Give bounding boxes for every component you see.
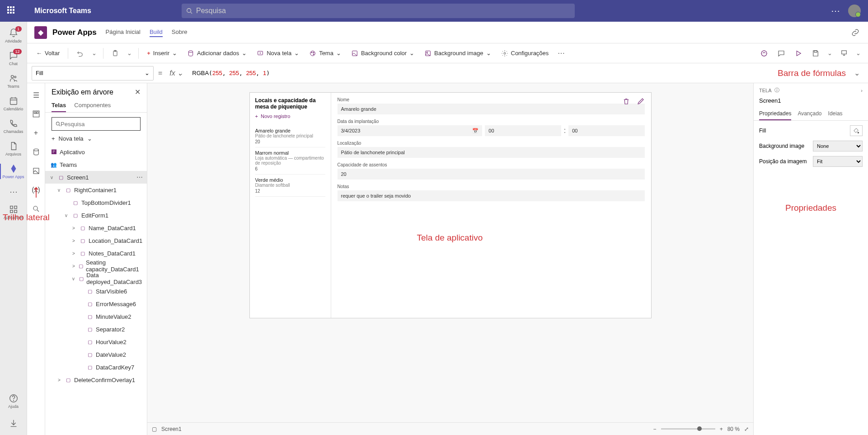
undo-chevron[interactable]: ⌄	[90, 50, 99, 57]
tab-about[interactable]: Sobre	[172, 28, 188, 37]
rail-more-icon[interactable]: ⋯	[9, 183, 18, 201]
list-item[interactable]: Amarelo grandePátio de lanchonete princi…	[255, 125, 325, 147]
rail-chat[interactable]: 12 Chat	[0, 47, 27, 70]
link-icon[interactable]	[850, 27, 861, 38]
tree-node[interactable]: v▢Screen1⋯	[45, 171, 147, 184]
rail-powerapps[interactable]: Power Apps	[0, 160, 27, 183]
checker-button[interactable]	[757, 46, 771, 61]
rail-calendar[interactable]: Calendário	[0, 92, 27, 115]
zoom-in-button[interactable]: +	[720, 426, 723, 432]
tree-app[interactable]: 🅿Aplicativo	[45, 146, 147, 158]
new-record-button[interactable]: + Novo registro	[255, 113, 325, 119]
tab-ideas[interactable]: Ideias	[828, 108, 843, 120]
form-hour-input[interactable]: 00	[485, 125, 561, 136]
annotation-arrow: ↑	[32, 181, 41, 201]
tree-node[interactable]: ▢ErrorMessage6	[45, 298, 147, 310]
app-canvas[interactable]: Locais e capacidade da mesa de piqueniqu…	[249, 92, 652, 318]
tree-node[interactable]: >▢Notes_DataCard1	[45, 247, 147, 260]
tab-components[interactable]: Componentes	[74, 99, 111, 112]
new-screen-button[interactable]: Nova tela ⌄	[253, 48, 303, 59]
rail-teams[interactable]: Teams	[0, 70, 27, 92]
tree-node[interactable]: ▢StarVisible6	[45, 285, 147, 298]
form-cap-input[interactable]: 20	[338, 169, 645, 180]
tree-node[interactable]: >▢Name_DataCard1	[45, 222, 147, 234]
calendar-icon[interactable]: 📅	[472, 128, 479, 134]
paste-chevron[interactable]: ⌄	[125, 50, 134, 57]
form-minute-input[interactable]: 00	[568, 125, 644, 136]
form-name-input[interactable]: Amarelo grande	[338, 104, 645, 114]
tree-node[interactable]: ▢MinuteValue2	[45, 310, 147, 323]
tree-node[interactable]: ▢Separator2	[45, 323, 147, 336]
fx-button[interactable]: fx ⌄	[167, 69, 186, 77]
rail-help[interactable]: Ajuda	[0, 390, 27, 412]
save-button[interactable]	[808, 46, 823, 61]
media-icon[interactable]	[28, 163, 44, 179]
publish-button[interactable]	[837, 46, 851, 61]
toolbar-overflow[interactable]: ⋯	[555, 49, 568, 57]
form-date-input[interactable]: 3/4/2023📅	[338, 125, 483, 136]
tree-node[interactable]: ▢HourValue2	[45, 336, 147, 348]
settings-button[interactable]: Configurações	[497, 48, 553, 59]
zoom-slider[interactable]	[661, 428, 715, 430]
expand-icon[interactable]: ›	[861, 88, 863, 93]
publish-chevron[interactable]: ⌄	[854, 50, 863, 57]
tab-home[interactable]: Página Inicial	[106, 28, 141, 37]
tree-node[interactable]: v▢Data deployed_DataCard3	[45, 272, 147, 285]
comments-button[interactable]	[774, 46, 788, 61]
list-item[interactable]: Marrom normalLoja automática — compartim…	[255, 147, 325, 175]
add-data-button[interactable]: Adicionar dados ⌄	[183, 48, 250, 59]
delete-icon[interactable]	[622, 97, 630, 105]
formula-expand-button[interactable]: ⌄	[850, 69, 863, 77]
imgpos-select[interactable]: Fit	[813, 156, 863, 167]
form-loc-input[interactable]: Pátio de lanchonete principal	[338, 147, 645, 158]
search-box[interactable]: Pesquisa	[182, 4, 575, 18]
insert-button[interactable]: + Inserir ⌄	[143, 48, 181, 58]
tree-node[interactable]: ▢TopBottomDivider1	[45, 196, 147, 209]
tree-node[interactable]: v▢EditForm1	[45, 209, 147, 222]
tree-node[interactable]: ▢DataCardKey7	[45, 361, 147, 374]
user-avatar[interactable]	[848, 5, 861, 17]
rail-activity[interactable]: 1 Atividade	[0, 24, 27, 47]
hamburger-icon[interactable]: ☰	[28, 87, 44, 103]
header-more-icon[interactable]: ⋯	[831, 5, 841, 16]
back-button[interactable]: ← Voltar	[33, 48, 63, 58]
tree-node[interactable]: >▢Location_DataCard1	[45, 234, 147, 247]
save-chevron[interactable]: ⌄	[826, 50, 834, 57]
tab-properties[interactable]: Propriedades	[759, 108, 791, 120]
waffle-icon[interactable]	[7, 6, 16, 15]
preview-button[interactable]	[791, 46, 806, 61]
list-item[interactable]: Verde médioDiamante softball12	[255, 175, 325, 197]
theme-button[interactable]: Tema ⌄	[305, 48, 345, 59]
insert-icon[interactable]: +	[28, 125, 44, 141]
tree-search[interactable]	[52, 117, 141, 131]
bgcolor-button[interactable]: Background color ⌄	[347, 48, 418, 59]
edit-icon[interactable]	[637, 97, 645, 105]
undo-button[interactable]	[73, 48, 87, 59]
tree-teams[interactable]: 👥Teams	[45, 158, 147, 171]
tree-search-input[interactable]	[61, 121, 136, 128]
rail-download[interactable]	[0, 412, 27, 435]
tab-screens[interactable]: Telas	[52, 99, 66, 112]
bgimage-button[interactable]: Background image ⌄	[421, 48, 494, 59]
new-screen-link[interactable]: + Nova tela ⌄	[45, 133, 147, 146]
tree-node[interactable]: v▢RightContainer1	[45, 184, 147, 196]
property-selector[interactable]: Fill⌄	[32, 66, 154, 80]
tab-build[interactable]: Build	[150, 28, 163, 37]
rail-calls[interactable]: Chamadas	[0, 115, 27, 137]
tree-node[interactable]: >▢DeleteConfirmOverlay1	[45, 374, 147, 386]
fit-button[interactable]: ⤢	[744, 426, 749, 432]
bgimage-select[interactable]: None	[813, 141, 863, 151]
tree-node[interactable]: >▢Seating capacity_DataCard1	[45, 260, 147, 272]
paste-button[interactable]	[108, 48, 122, 59]
tree-view-icon[interactable]	[28, 106, 44, 122]
tab-advanced[interactable]: Avançado	[798, 108, 821, 120]
formula-input[interactable]: RGBA(255, 255, 255, 1)	[190, 70, 755, 76]
rail-files[interactable]: Arquivos	[0, 137, 27, 160]
form-notes-input[interactable]: requer que o trailer seja movido	[338, 190, 645, 201]
fill-color-button[interactable]	[850, 125, 863, 136]
close-icon[interactable]: ✕	[135, 88, 141, 96]
data-icon[interactable]	[28, 144, 44, 160]
info-icon[interactable]: ⓘ	[774, 87, 779, 94]
tree-node[interactable]: ▢DateValue2	[45, 348, 147, 361]
zoom-out-button[interactable]: −	[653, 426, 657, 432]
